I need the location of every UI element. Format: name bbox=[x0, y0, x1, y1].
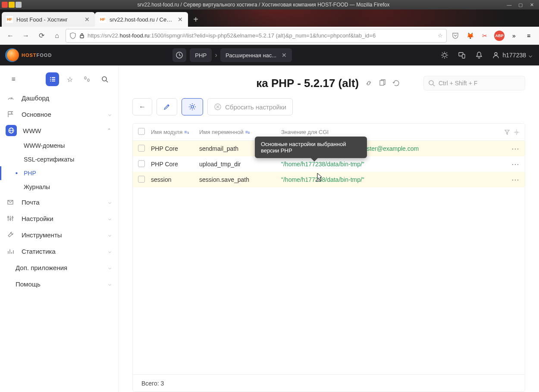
os-close-dot[interactable] bbox=[2, 2, 8, 8]
row-menu-button[interactable]: ⋯ bbox=[511, 144, 520, 153]
reset-button[interactable]: Сбросить настройки bbox=[207, 98, 293, 115]
address-bar[interactable]: https://srv22.host-food.ru:1500/ispmgr#/… bbox=[66, 29, 447, 43]
column-val[interactable]: Значение для CGI bbox=[281, 129, 504, 135]
os-close[interactable]: ✕ bbox=[528, 2, 536, 8]
sidebar-sub-logs[interactable]: Журналы bbox=[0, 180, 118, 194]
row-menu-button[interactable]: ⋯ bbox=[511, 175, 520, 184]
os-minimize[interactable]: — bbox=[505, 2, 513, 8]
cell-module: PHP Core bbox=[151, 161, 199, 168]
os-max-dot[interactable] bbox=[16, 2, 22, 8]
content: Расширенная настройка PHP - 5.2.17 (alt)… bbox=[119, 65, 539, 392]
os-maximize[interactable]: ▢ bbox=[517, 2, 524, 8]
row-menu-button[interactable]: ⋯ bbox=[511, 159, 520, 169]
sidebar-item-tools[interactable]: Инструменты ⌵ bbox=[0, 227, 118, 243]
reload-button[interactable]: ⟳ bbox=[34, 29, 48, 43]
sidebar-sub-www-domains[interactable]: WWW-домены bbox=[0, 139, 118, 152]
theme-icon[interactable] bbox=[440, 51, 449, 59]
filter-icon[interactable] bbox=[504, 129, 510, 135]
breadcrumb-close-icon[interactable]: ✕ bbox=[282, 52, 287, 59]
device-icon[interactable] bbox=[458, 51, 466, 59]
table-row[interactable]: PHP Coreupload_tmp_dir"/home/h177238/dat… bbox=[133, 156, 525, 172]
user-menu[interactable]: h177238 ⌵ bbox=[492, 51, 532, 59]
new-tab-button[interactable]: + bbox=[188, 12, 204, 27]
select-all-checkbox[interactable] bbox=[138, 128, 145, 135]
table: Имя модуля≡₁ Имя переменной≡₂ Значение д… bbox=[132, 123, 525, 392]
breadcrumb-php[interactable]: PHP bbox=[190, 48, 212, 62]
sidebar-item-dashboard[interactable]: Дашборд bbox=[0, 90, 118, 106]
row-checkbox[interactable] bbox=[138, 176, 145, 183]
search-icon bbox=[428, 80, 435, 87]
window-title: srv22.host-food.ru / Сервер виртуального… bbox=[22, 2, 505, 8]
chevron-down-icon: ⌵ bbox=[108, 264, 111, 271]
home-button[interactable]: ⌂ bbox=[50, 29, 64, 43]
tooltip: Основные настройки выбранной версии PHP bbox=[255, 137, 367, 158]
sidebar-item-settings[interactable]: Настройки ⌵ bbox=[0, 210, 118, 227]
column-module[interactable]: Имя модуля≡₁ bbox=[151, 129, 199, 135]
sidebar-sublabel: Журналы bbox=[24, 184, 50, 190]
sidebar-sublabel: PHP bbox=[24, 170, 36, 177]
svg-point-22 bbox=[102, 77, 107, 81]
column-var[interactable]: Имя переменной≡₂ bbox=[199, 129, 281, 135]
back-button[interactable]: ← bbox=[3, 29, 17, 43]
tab-close-button[interactable]: ✕ bbox=[84, 16, 91, 23]
page-search[interactable]: Ctrl + Shift + F bbox=[423, 76, 525, 90]
chevron-down-icon: ⌵ bbox=[108, 215, 111, 221]
refresh-icon[interactable] bbox=[392, 79, 400, 87]
breadcrumb-ext[interactable]: Расширенная нас... ✕ bbox=[220, 48, 292, 62]
tools-icon[interactable]: ✂ bbox=[479, 31, 490, 41]
sidebar-item-mail[interactable]: Почта ⌵ bbox=[0, 194, 118, 210]
url-text: https://srv22.host-food.ru:1500/ispmgr#/… bbox=[88, 32, 435, 39]
favorites-button[interactable]: ☆ bbox=[63, 72, 76, 86]
sidebar-label: Помощь bbox=[16, 280, 41, 288]
os-min-dot[interactable] bbox=[9, 2, 15, 8]
sidebar-item-addons[interactable]: Доп. приложения ⌵ bbox=[0, 259, 118, 276]
sort-icon: ≡₂ bbox=[245, 129, 250, 135]
row-checkbox[interactable] bbox=[138, 160, 145, 167]
reset-icon bbox=[214, 103, 222, 111]
cell-var: session.save_path bbox=[199, 176, 281, 183]
browser-toolbar: ← → ⟳ ⌂ https://srv22.host-food.ru:1500/… bbox=[0, 27, 539, 45]
gear-small-icon[interactable] bbox=[514, 129, 520, 135]
svg-line-9 bbox=[442, 57, 443, 58]
link-icon[interactable] bbox=[365, 79, 373, 87]
tab-title: Host Food - Хостинг bbox=[16, 16, 80, 23]
browser-tab-0[interactable]: HF Host Food - Хостинг ✕ bbox=[2, 12, 95, 27]
bell-icon[interactable] bbox=[475, 51, 483, 59]
back-action-button[interactable]: ← bbox=[132, 98, 152, 115]
copy-icon[interactable] bbox=[379, 79, 386, 87]
edit-button[interactable] bbox=[157, 98, 177, 115]
browser-tab-1[interactable]: HF srv22.host-food.ru / Серве ✕ bbox=[95, 12, 188, 27]
favicon-icon: HF bbox=[99, 16, 106, 23]
table-row[interactable]: sessionsession.save_path"/home/h177238/d… bbox=[133, 172, 525, 187]
sidebar-search-button[interactable] bbox=[98, 72, 111, 86]
sidebar-sub-php[interactable]: ••PHP bbox=[0, 166, 118, 180]
svg-point-13 bbox=[495, 53, 497, 55]
bookmark-star-icon[interactable]: ☆ bbox=[438, 32, 443, 39]
menu-toggle-button[interactable]: ≡ bbox=[7, 72, 20, 86]
row-checkbox[interactable] bbox=[138, 145, 145, 152]
sidebar-item-www[interactable]: WWW ⌃ bbox=[0, 122, 118, 139]
fox-icon[interactable]: 🦊 bbox=[465, 31, 475, 41]
tab-close-button[interactable]: ✕ bbox=[177, 16, 184, 23]
list-view-button[interactable] bbox=[46, 72, 59, 86]
footprints-button[interactable] bbox=[81, 72, 94, 86]
settings-button[interactable] bbox=[182, 98, 203, 115]
tools-icon bbox=[7, 231, 16, 238]
bars-icon bbox=[7, 248, 16, 255]
sidebar-item-help[interactable]: Помощь ⌵ bbox=[0, 276, 118, 292]
hamburger-icon[interactable]: ≡ bbox=[523, 31, 534, 41]
svg-rect-17 bbox=[52, 79, 55, 80]
abp-icon[interactable]: ABP bbox=[494, 31, 505, 41]
sidebar-item-main[interactable]: Основное ⌵ bbox=[0, 106, 118, 122]
sidebar-sub-ssl[interactable]: SSL-сертификаты bbox=[0, 152, 118, 166]
history-button[interactable] bbox=[172, 48, 186, 62]
sidebar-item-stats[interactable]: Статистика ⌵ bbox=[0, 243, 118, 259]
sidebar-label: Почта bbox=[22, 199, 40, 206]
pocket-icon[interactable] bbox=[450, 31, 461, 41]
logo[interactable]: HOSTFOOD bbox=[7, 49, 52, 61]
globe-icon bbox=[6, 125, 17, 136]
svg-line-7 bbox=[442, 53, 443, 53]
forward-button[interactable]: → bbox=[19, 29, 33, 43]
more-icon[interactable]: » bbox=[509, 31, 519, 41]
svg-point-42 bbox=[191, 106, 194, 108]
